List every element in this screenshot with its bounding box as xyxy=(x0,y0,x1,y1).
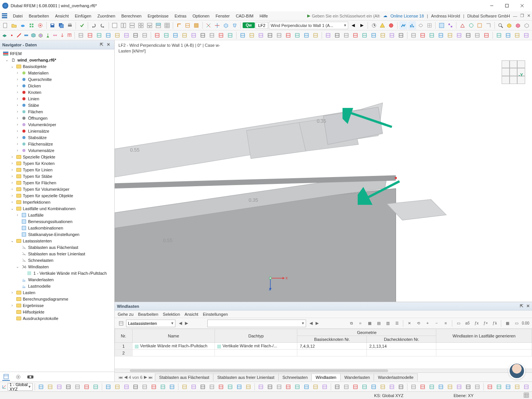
snap-tool-33[interactable] xyxy=(351,383,360,391)
expand-icon[interactable]: › xyxy=(10,168,14,172)
tree-item[interactable]: Lastmodelle xyxy=(28,284,51,288)
panel-filter-combo[interactable]: ▾ xyxy=(207,320,306,327)
load-2-button[interactable] xyxy=(66,31,73,40)
license-label[interactable]: Online License 18 xyxy=(390,14,424,18)
tree-group[interactable]: Typen für Knoten xyxy=(23,161,55,166)
panel-tool-11[interactable]: ≡ xyxy=(442,319,450,328)
tabs-prev[interactable]: ◀ xyxy=(124,375,127,380)
snap-tool-42[interactable] xyxy=(437,383,445,391)
snap-tool-40[interactable] xyxy=(418,383,427,391)
draw-tool-47[interactable] xyxy=(522,31,530,40)
snap-tool-6[interactable] xyxy=(92,383,100,391)
snap-tool-1[interactable] xyxy=(46,383,54,391)
snap-tool-48[interactable] xyxy=(495,383,503,391)
cell-basis[interactable] xyxy=(297,350,367,356)
draw-tool-19[interactable] xyxy=(257,31,265,40)
release-button[interactable] xyxy=(52,31,58,40)
cell-dachtyp[interactable] xyxy=(215,350,297,356)
snap-tool-43[interactable] xyxy=(446,383,454,391)
draw-tool-33[interactable] xyxy=(388,31,396,40)
draw-tool-37[interactable] xyxy=(428,31,436,40)
table-scrollbar[interactable] xyxy=(115,369,532,372)
status-grid-icon[interactable] xyxy=(524,393,529,399)
snap-tool-10[interactable] xyxy=(131,383,140,391)
block-button[interactable] xyxy=(28,21,36,30)
tree-item[interactable]: Querschnitte xyxy=(28,77,52,82)
cube-c-button[interactable] xyxy=(523,21,530,30)
view-x-button[interactable] xyxy=(205,21,213,30)
calc-b-button[interactable] xyxy=(379,21,387,30)
tree-item[interactable]: Flächensätze xyxy=(28,142,53,146)
expand-icon[interactable]: › xyxy=(10,303,14,307)
table-button[interactable] xyxy=(163,21,171,30)
draw-tool-12[interactable] xyxy=(189,31,198,40)
tree-item[interactable]: Flächen xyxy=(28,109,43,114)
model-button[interactable] xyxy=(2,31,8,40)
snap-tool-47[interactable] xyxy=(486,383,494,391)
layout-2-button[interactable] xyxy=(120,21,128,30)
tree-item[interactable]: Knoten xyxy=(28,90,41,95)
expand-icon[interactable]: ⌄ xyxy=(10,64,14,68)
keyword-search-input[interactable] xyxy=(312,14,380,18)
extra-d-button[interactable] xyxy=(485,21,493,30)
draw-tool-27[interactable] xyxy=(333,31,341,40)
extra-c-button[interactable] xyxy=(476,21,484,30)
snap-tool-38[interactable] xyxy=(397,383,405,391)
draw-tool-11[interactable] xyxy=(180,31,189,40)
expand-icon[interactable]: › xyxy=(10,180,14,185)
expand-icon[interactable]: › xyxy=(15,129,20,133)
user-label[interactable]: Andreas Hörold xyxy=(431,14,460,18)
snap-tool-22[interactable] xyxy=(244,383,253,391)
snap-tool-50[interactable] xyxy=(513,383,521,391)
combo-prev[interactable]: ◀ xyxy=(178,321,183,326)
draw-tool-41[interactable] xyxy=(464,31,472,40)
tree-group[interactable]: Ergebnisse xyxy=(23,303,44,308)
snap-tool-8[interactable] xyxy=(113,383,122,391)
tree-item[interactable]: Wanderlasten xyxy=(28,277,54,282)
draw-tool-24[interactable] xyxy=(302,31,311,40)
filter-next[interactable]: ▶ xyxy=(314,321,320,326)
draw-tool-15[interactable] xyxy=(217,31,225,40)
solid-button[interactable] xyxy=(38,31,44,40)
draw-tool-34[interactable] xyxy=(397,31,405,40)
cell-dachtyp[interactable]: Vertikale Wände mit Flach-/... xyxy=(215,343,297,350)
layout-6-button[interactable] xyxy=(154,21,162,30)
panel-tool-13[interactable]: ▭ xyxy=(454,319,463,328)
panel-category-combo[interactable]: Lastassistenten▾ xyxy=(126,320,175,327)
cs-axis-icon[interactable] xyxy=(2,383,7,391)
snap-tool-49[interactable] xyxy=(504,383,512,391)
snap-tool-30[interactable] xyxy=(320,383,329,391)
tree-file[interactable]: wind_overhang.rf6* xyxy=(17,58,56,62)
check-button[interactable] xyxy=(78,21,86,30)
draw-tool-3[interactable] xyxy=(104,31,112,40)
snap-tool-16[interactable] xyxy=(189,383,198,391)
draw-tool-14[interactable] xyxy=(208,31,216,40)
layout-4-button[interactable] xyxy=(137,21,145,30)
view-cube[interactable]: -Y xyxy=(502,60,525,84)
snap-tool-23[interactable] xyxy=(257,383,265,391)
panel-tool-9[interactable]: + xyxy=(423,319,432,328)
snap-tool-15[interactable] xyxy=(180,383,189,391)
line-button[interactable] xyxy=(16,31,22,40)
display-a-button[interactable] xyxy=(399,21,407,30)
nav-tab-data[interactable] xyxy=(2,373,10,381)
lc-prev-button[interactable]: ◀ xyxy=(349,21,357,30)
snap-tool-45[interactable] xyxy=(464,383,472,391)
expand-icon[interactable]: › xyxy=(15,109,20,114)
combo-next[interactable]: ▶ xyxy=(184,321,189,326)
snap-tool-4[interactable] xyxy=(73,383,82,391)
menu-ergebnisse[interactable]: Ergebnisse xyxy=(145,13,172,19)
expand-icon[interactable]: › xyxy=(10,174,14,178)
load-1-button[interactable] xyxy=(59,31,65,40)
expand-icon[interactable]: › xyxy=(15,122,20,127)
panel-tool-17[interactable]: ƒx̄ xyxy=(491,319,499,328)
panel-tool-8[interactable]: ⟲ xyxy=(414,319,423,328)
panel-tool-3[interactable]: ▤ xyxy=(374,319,383,328)
panel-tool-19[interactable]: ▦ xyxy=(503,319,511,328)
mdi-close-icon[interactable]: ✕ xyxy=(527,13,530,18)
draw-tool-40[interactable] xyxy=(455,31,463,40)
filter-prev[interactable]: ◀ xyxy=(308,321,314,326)
loads-b-button[interactable] xyxy=(184,21,192,30)
draw-tool-20[interactable] xyxy=(266,31,274,40)
grid-b-button[interactable] xyxy=(446,21,454,30)
